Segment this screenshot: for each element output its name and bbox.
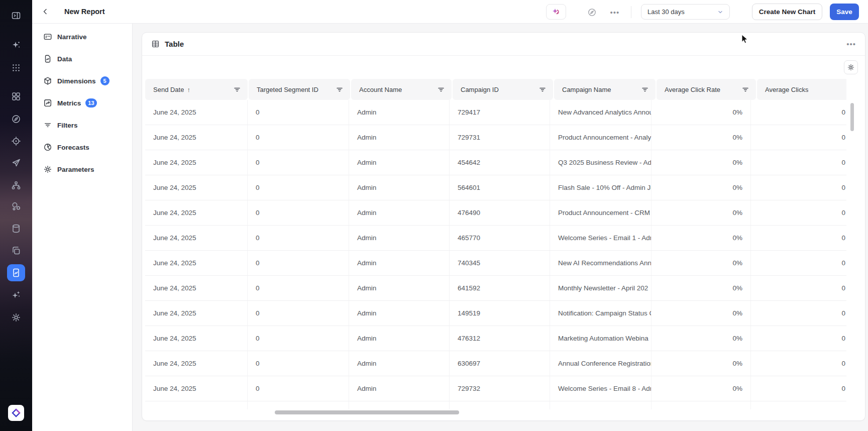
cell-send-date: June 24, 2025 [145, 251, 248, 275]
table-row[interactable]: June 24, 2025 0 Admin 465770 Welcome Ser… [145, 226, 846, 251]
cell-average-clicks: 0 [751, 376, 846, 401]
sparkle-icon[interactable] [7, 286, 25, 303]
cell-average-clicks: 0 [751, 351, 846, 376]
table-toolbar [142, 56, 865, 79]
bubbles-icon[interactable] [7, 198, 25, 215]
filter-icon[interactable] [535, 86, 546, 93]
column-header-average-click-rate[interactable]: Average Click Rate [657, 79, 756, 100]
filter-icon[interactable] [230, 86, 241, 93]
table-row[interactable]: June 24, 2025 0 Admin 641592 Monthly New… [145, 276, 846, 301]
cell-campaign-id: 729731 [450, 125, 550, 150]
column-header-targeted-segment-id[interactable]: Targeted Segment ID [249, 79, 350, 100]
cell-average-click-rate: 0% [652, 125, 751, 150]
table-panel: Table ••• Send Date ↑ Targeted Segment I… [142, 32, 865, 421]
sort-asc-icon[interactable]: ↑ [187, 86, 190, 93]
create-new-chart-button[interactable]: Create New Chart [752, 4, 822, 20]
panel-title: Table [165, 40, 184, 48]
sidebar-item-dimensions[interactable]: Dimensions 5 [32, 70, 132, 92]
table-row[interactable]: June 24, 2025 0 Admin 476490 Product Ann… [145, 200, 846, 226]
settings-gear-icon[interactable] [7, 309, 25, 326]
target-icon[interactable] [7, 133, 25, 150]
parameters-gear-icon [43, 165, 52, 174]
column-header-average-clicks[interactable]: Average Clicks [757, 79, 846, 100]
cell-send-date: June 24, 2025 [145, 150, 248, 175]
apps-grid-icon[interactable] [7, 59, 25, 76]
table-row[interactable]: June 24, 2025 0 Admin 630697 Annual Conf… [145, 351, 846, 376]
cell-average-clicks: 0 [751, 200, 846, 225]
report-document-icon[interactable] [7, 264, 25, 281]
sidebar-item-data[interactable]: Data [32, 48, 132, 70]
sidebar-item-forecasts[interactable]: Forecasts [32, 136, 132, 158]
top-header: New Report ••• Last 30 days Create New C… [32, 0, 868, 24]
cell-send-date: June 24, 2025 [145, 301, 248, 326]
table-row[interactable]: June 24, 2025 0 Admin 729731 Product Ann… [145, 125, 846, 150]
time-range-select[interactable]: Last 30 days [641, 4, 730, 20]
cell-average-clicks: 0 [751, 175, 846, 200]
sidebar-item-metrics[interactable]: Metrics 13 [32, 92, 132, 114]
explore-compass-icon[interactable] [585, 5, 599, 19]
cell-average-clicks [751, 401, 846, 409]
cell-campaign-id: 476490 [450, 200, 550, 225]
table-row[interactable]: June 24, 2025 0 Admin 729732 Welcome Ser… [145, 376, 846, 401]
save-button[interactable]: Save [830, 4, 859, 20]
sidebar-item-label: Filters [57, 122, 78, 129]
sidebar-item-filters[interactable]: Filters [32, 114, 132, 136]
metrics-count-badge: 13 [85, 98, 96, 107]
vertical-scrollbar[interactable] [850, 103, 854, 131]
cell-targeted-segment-id: 0 [248, 226, 349, 250]
column-header-account-name[interactable]: Account Name [351, 79, 452, 100]
table-row[interactable]: June 24, 2025 0 Admin 564601 Flash Sale … [145, 175, 846, 200]
cell-average-clicks: 0 [751, 301, 846, 326]
cell-average-click-rate: 0% [652, 226, 751, 250]
send-icon[interactable] [7, 154, 25, 171]
table-row[interactable]: June 24, 2025 0 Admin 740345 New AI Reco… [145, 251, 846, 276]
cell-account-name: Admin [349, 301, 450, 326]
column-header-send-date[interactable]: Send Date ↑ [145, 79, 248, 100]
cell-average-click-rate: 0% [652, 200, 751, 225]
table-row[interactable]: June 24, 2025 0 Admin 149519 Notificatio… [145, 301, 846, 326]
cell-account-name: Admin [349, 200, 450, 225]
cell-targeted-segment-id: 0 [248, 251, 349, 275]
table-settings-button[interactable] [844, 60, 858, 74]
filter-icon[interactable] [637, 86, 648, 93]
filter-icon[interactable] [332, 86, 343, 93]
cell-campaign-name: Welcome Series - Email 8 - Adm [550, 376, 652, 401]
table-body: June 24, 2025 0 Admin 729417 New Advance… [145, 100, 846, 409]
ai-assist-button[interactable] [546, 4, 566, 20]
panel-more-button[interactable]: ••• [846, 40, 856, 48]
cell-average-clicks: 0 [751, 125, 846, 150]
database-icon[interactable] [7, 220, 25, 237]
compass-icon[interactable] [7, 111, 25, 128]
cell-average-click-rate [652, 401, 751, 409]
table-row[interactable] [145, 401, 846, 409]
cell-campaign-id: 740345 [450, 251, 550, 275]
table-row[interactable]: June 24, 2025 0 Admin 454642 Q3 2025 Bus… [145, 150, 846, 175]
column-header-campaign-id[interactable]: Campaign ID [453, 79, 553, 100]
cell-average-click-rate: 0% [652, 351, 751, 376]
dashboard-icon[interactable] [7, 88, 25, 105]
filter-icon[interactable] [842, 86, 846, 93]
cell-targeted-segment-id: 0 [248, 125, 349, 150]
cell-campaign-name: Welcome Series - Email 1 - Adm [550, 226, 652, 250]
sidebar-item-narrative[interactable]: Narrative [32, 26, 132, 48]
cell-campaign-id: 729417 [450, 100, 550, 125]
ai-sparkle-icon[interactable] [7, 37, 25, 54]
sidebar-toggle-icon[interactable] [7, 7, 25, 24]
copy-pages-icon[interactable] [7, 242, 25, 259]
table-row[interactable]: June 24, 2025 0 Admin 476312 Marketing A… [145, 326, 846, 351]
app-logo[interactable] [8, 405, 24, 421]
back-button[interactable] [39, 5, 52, 18]
table-row[interactable]: June 24, 2025 0 Admin 729417 New Advance… [145, 100, 846, 125]
cell-campaign-name: New AI Recommendations Ann [550, 251, 652, 275]
sidebar-item-label: Data [57, 55, 72, 63]
column-header-campaign-name[interactable]: Campaign Name [554, 79, 656, 100]
horizontal-scrollbar[interactable] [275, 410, 459, 414]
forecast-pie-icon [43, 143, 52, 152]
filter-icon[interactable] [738, 86, 749, 93]
sitemap-icon[interactable] [7, 177, 25, 194]
header-more-button[interactable]: ••• [608, 5, 622, 19]
filter-icon[interactable] [433, 86, 445, 93]
cell-campaign-id: 149519 [450, 301, 550, 326]
cell-campaign-name: Annual Conference Registration [550, 351, 652, 376]
sidebar-item-parameters[interactable]: Parameters [32, 158, 132, 180]
